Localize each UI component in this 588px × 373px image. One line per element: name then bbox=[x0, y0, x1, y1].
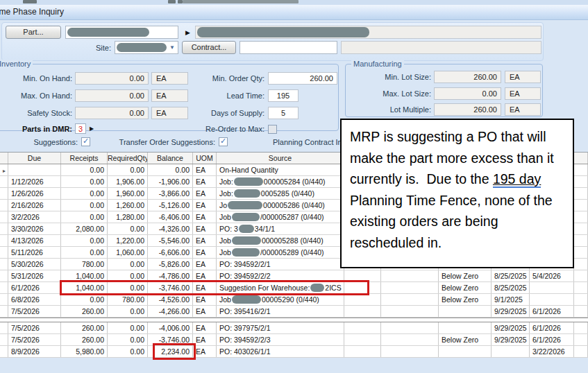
cell-src: Job000005288 (0/440) bbox=[217, 235, 344, 246]
toolbar-fragment bbox=[168, 0, 176, 3]
cell-balance: -4,326.00 bbox=[148, 223, 193, 234]
cell-receipts: 260.00 bbox=[61, 334, 108, 345]
source-text: PO: 394592/2/1 bbox=[219, 259, 271, 270]
table-row[interactable]: 7/5/2026260.000.00-4,266.00EAPO: 395416/… bbox=[0, 306, 588, 318]
cell-src: PO: 403026/1/1 bbox=[217, 346, 344, 357]
cell-uom: EA bbox=[193, 176, 217, 187]
cell-uom: EA bbox=[193, 282, 217, 293]
source-text: Jo bbox=[219, 200, 227, 211]
source-text: Job bbox=[219, 248, 231, 258]
cell-receipts: 0.00 bbox=[61, 247, 108, 258]
max-lot-size-input[interactable]: 0.00 bbox=[434, 87, 501, 100]
lead-time-input[interactable]: 195 bbox=[268, 89, 299, 102]
cell-a bbox=[344, 306, 381, 317]
cell-uom: EA bbox=[193, 270, 217, 281]
cell-due: 1/26/2026 bbox=[8, 188, 61, 199]
lot-multiple-label: Lot Multiple: bbox=[351, 103, 431, 116]
cell-a bbox=[344, 322, 381, 333]
cell-required: 1,960.00 bbox=[108, 188, 148, 199]
cell-flag: Below Zero bbox=[439, 294, 492, 305]
grid-header-due[interactable]: Due bbox=[8, 153, 61, 164]
source-text: 000005288 (0/440) bbox=[262, 236, 324, 246]
min-lot-size-uom: EA bbox=[505, 71, 541, 83]
cell-src: Job00005290 (0/440) bbox=[217, 294, 344, 305]
part-number-redaction bbox=[67, 28, 149, 37]
table-row[interactable]: 6/8/20260.00780.00-4,526.00EAJob00005290… bbox=[0, 294, 588, 306]
source-text: 000005284 (0/440) bbox=[264, 177, 326, 187]
cell-src: Job: 0005285 (0/440) bbox=[217, 188, 344, 199]
cell-a bbox=[344, 346, 381, 357]
lot-multiple-input[interactable]: 260.00 bbox=[434, 103, 501, 116]
min-order-qty-input[interactable]: 260.00 bbox=[268, 72, 337, 85]
cell-f bbox=[574, 188, 588, 199]
cell-f bbox=[574, 176, 588, 187]
cell-flag: Below Zero bbox=[439, 282, 492, 293]
table-row[interactable]: 8/9/20265,980.000.002,234.00EAPO: 403026… bbox=[0, 346, 588, 358]
source-text: Job: bbox=[219, 189, 233, 199]
cell-required: 780.00 bbox=[108, 294, 148, 305]
safety-stock-input[interactable]: 0.00 bbox=[75, 107, 149, 119]
source-text: On-Hand Quantity bbox=[219, 165, 278, 175]
cell-uom: EA bbox=[193, 259, 217, 270]
cell-sel bbox=[0, 334, 8, 345]
cell-date2: 6/1/2026 bbox=[530, 306, 574, 317]
cell-due: 3/2/2026 bbox=[8, 211, 61, 223]
cell-b bbox=[381, 282, 439, 293]
cell-receipts: 1,040.00 bbox=[61, 282, 108, 293]
suggestions-checkbox[interactable] bbox=[81, 137, 90, 146]
grid-header-uom[interactable]: UOM bbox=[193, 153, 217, 164]
parts-in-dmr-expand-icon[interactable]: ▶ bbox=[90, 125, 94, 132]
site-dropdown-icon[interactable]: ▼ bbox=[169, 44, 175, 51]
contract-input[interactable] bbox=[240, 41, 337, 54]
table-row[interactable]: 6/1/20261,040.000.00-3,746.00EASuggestio… bbox=[0, 282, 588, 294]
source-redaction bbox=[232, 248, 260, 257]
contract-button[interactable]: Contract... bbox=[182, 41, 236, 54]
cell-receipts: 0.00 bbox=[61, 188, 108, 199]
cell-required: 1,260.00 bbox=[108, 200, 148, 211]
cell-receipts: 0.00 bbox=[61, 164, 108, 175]
lot-multiple-uom: EA bbox=[505, 103, 541, 116]
cell-receipts: 0.00 bbox=[61, 235, 108, 246]
parts-in-dmr-value[interactable]: 3 bbox=[75, 123, 86, 134]
source-redaction bbox=[310, 284, 324, 292]
cell-required: 0.00 bbox=[108, 164, 148, 175]
cell-balance: 0.00 bbox=[148, 164, 193, 175]
grid-header-sel[interactable] bbox=[0, 153, 8, 164]
cell-b bbox=[381, 270, 439, 281]
cell-receipts: 0.00 bbox=[61, 211, 108, 223]
transfer-order-suggestions-checkbox[interactable] bbox=[219, 137, 228, 146]
grid-header-balance[interactable]: Balance bbox=[148, 153, 193, 164]
part-button[interactable]: Part... bbox=[6, 26, 61, 39]
min-lot-size-input[interactable]: 260.00 bbox=[434, 71, 501, 83]
grid-header-required[interactable]: RequiredQty bbox=[108, 153, 148, 164]
table-row[interactable]: 7/5/2026260.000.00-3,746.00EAPO: 394592/… bbox=[0, 334, 588, 346]
min-on-hand-input[interactable]: 0.00 bbox=[75, 72, 149, 85]
table-row[interactable]: 5/31/20261,040.000.00-4,786.00EAPO: 3945… bbox=[0, 270, 588, 282]
cell-due: 7/5/2026 bbox=[8, 322, 61, 333]
grid-header-f[interactable] bbox=[574, 153, 588, 164]
days-of-supply-input[interactable]: 5 bbox=[268, 107, 299, 119]
cell-balance: -5,126.00 bbox=[148, 200, 193, 211]
cell-uom: EA bbox=[193, 223, 217, 234]
cell-due: 2/16/2026 bbox=[8, 200, 61, 211]
cell-date1: 8/25/2025 bbox=[492, 282, 530, 293]
cell-src: PO: 395416/2/1 bbox=[217, 306, 344, 317]
cell-due: 5/30/2026 bbox=[8, 259, 61, 270]
grid-header-receipts[interactable]: Receipts bbox=[61, 153, 108, 164]
cell-flag: Below Zero bbox=[439, 270, 492, 281]
cell-receipts: 0.00 bbox=[61, 200, 108, 211]
table-row[interactable]: 7/5/2026260.000.00-4,006.00EAPO: 397975/… bbox=[0, 322, 588, 334]
cell-sel bbox=[0, 322, 8, 333]
cell-uom: EA bbox=[193, 322, 217, 333]
reorder-to-max-checkbox[interactable] bbox=[268, 125, 277, 134]
source-text: PO: 397975/2/1 bbox=[219, 323, 271, 333]
cell-due: 6/8/2026 bbox=[8, 294, 61, 305]
grid-header-src[interactable]: Source bbox=[217, 153, 344, 164]
cell-date1: 9/29/2025 bbox=[492, 334, 530, 345]
cell-due: 8/9/2026 bbox=[8, 346, 61, 357]
cell-date1: 9/1/2025 bbox=[492, 294, 530, 305]
part-expand-icon[interactable]: ▶ bbox=[185, 29, 190, 36]
cell-src: PO: 334/1/1 bbox=[217, 223, 344, 234]
max-on-hand-input[interactable]: 0.00 bbox=[75, 89, 149, 102]
cell-balance: -3,866.00 bbox=[148, 188, 193, 199]
